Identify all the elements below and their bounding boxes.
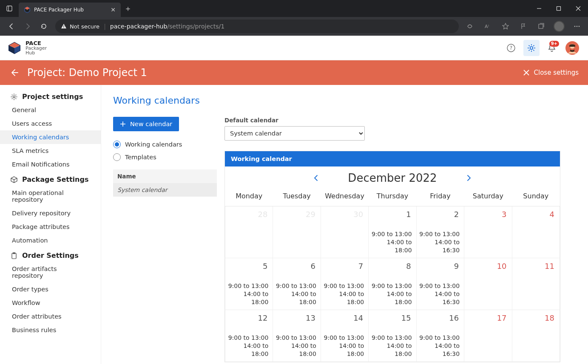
- profile-button[interactable]: [551, 19, 567, 34]
- calendar-dow: Tuesday: [273, 188, 321, 206]
- calendar-day[interactable]: 30: [321, 206, 368, 258]
- svg-line-42: [12, 98, 13, 99]
- browser-tab[interactable]: PACE Packager Hub ✕: [19, 3, 121, 17]
- calendar-day[interactable]: 29:00 to 13:0014:00 to 16:30: [416, 206, 464, 258]
- sidebar-item-workflow[interactable]: Workflow: [0, 296, 101, 310]
- calendar-day[interactable]: 99:00 to 13:0014:00 to 16:30: [416, 258, 464, 310]
- gear-icon: [527, 43, 536, 53]
- calendar-day[interactable]: 28: [225, 206, 273, 258]
- calendar-day[interactable]: 18: [512, 310, 560, 362]
- tab-close-icon[interactable]: ✕: [111, 6, 116, 13]
- calendar-day[interactable]: 169:00 to 13:0014:00 to 16:30: [416, 310, 464, 362]
- sidebar-item-delivery-repository[interactable]: Delivery repository: [0, 206, 101, 220]
- sidebar-item-working-calendars[interactable]: Working calendars: [0, 130, 101, 144]
- sidebar-group-package-settings: Package Settings: [0, 175, 101, 186]
- clipboard-icon: [10, 252, 18, 260]
- collections-icon[interactable]: [534, 19, 549, 34]
- sidebar-item-general[interactable]: General: [0, 103, 101, 117]
- calendar-day[interactable]: 159:00 to 13:0014:00 to 18:00: [369, 310, 416, 362]
- calendar-day-number: 12: [258, 313, 268, 322]
- calendar-day[interactable]: 149:00 to 13:0014:00 to 18:00: [321, 310, 368, 362]
- svg-rect-44: [12, 253, 16, 259]
- tab-actions-icon[interactable]: [0, 5, 19, 12]
- calendar-day-number: 8: [406, 262, 411, 271]
- help-button[interactable]: ?: [503, 40, 519, 56]
- new-tab-button[interactable]: ＋: [121, 3, 135, 14]
- sidebar-item-main-operational-repository[interactable]: Main operational repository: [0, 186, 101, 206]
- main-panel[interactable]: Working calendars New calendar Working c…: [101, 85, 588, 364]
- sidebar-item-order-artifacts-repository[interactable]: Order artifacts repository: [0, 262, 101, 282]
- calendar-day[interactable]: 139:00 to 13:0014:00 to 18:00: [273, 310, 321, 362]
- sidebar-item-package-attributes[interactable]: Package attributes: [0, 220, 101, 234]
- calendar-day[interactable]: 4: [512, 206, 560, 258]
- radio-working-calendars[interactable]: Working calendars: [113, 141, 217, 148]
- arrow-left-icon: [9, 68, 19, 77]
- calendar-day-number: 1: [406, 210, 411, 219]
- calendar-prev-button[interactable]: [310, 172, 322, 184]
- calendar-list-row[interactable]: System calendar: [113, 183, 217, 197]
- calendar-month-label: December 2022: [348, 172, 437, 184]
- browser-menu-icon[interactable]: [569, 19, 585, 34]
- share-icon[interactable]: [462, 19, 477, 34]
- calendar-dow: Saturday: [464, 188, 512, 206]
- nav-refresh-button[interactable]: [36, 18, 52, 34]
- favorites-star-icon[interactable]: [498, 19, 513, 34]
- project-back-button[interactable]: [9, 68, 19, 77]
- calendar-day[interactable]: 69:00 to 13:0014:00 to 18:00: [273, 258, 321, 310]
- svg-point-21: [530, 46, 533, 49]
- svg-rect-8: [63, 25, 64, 27]
- read-aloud-icon[interactable]: A⁾: [480, 19, 495, 34]
- address-bar[interactable]: Not secure | pace-packager-hub/settings/…: [55, 20, 459, 33]
- calendar-dow: Thursday: [369, 188, 416, 206]
- security-text: Not secure: [70, 23, 99, 30]
- sidebar-item-sla-metrics[interactable]: SLA metrics: [0, 144, 101, 158]
- svg-rect-11: [539, 24, 543, 28]
- calendar-day[interactable]: 89:00 to 13:0014:00 to 18:00: [369, 258, 416, 310]
- calendar-day[interactable]: 29: [273, 206, 321, 258]
- new-calendar-button[interactable]: New calendar: [113, 117, 179, 131]
- window-minimize-button[interactable]: [529, 0, 549, 17]
- sidebar-item-automation[interactable]: Automation: [0, 234, 101, 247]
- calendar-day[interactable]: 19:00 to 13:0014:00 to 18:00: [369, 206, 416, 258]
- notifications-button[interactable]: 9+: [544, 40, 560, 56]
- sidebar-item-users-access[interactable]: Users access: [0, 117, 101, 130]
- calendar-day[interactable]: 3: [464, 206, 512, 258]
- radio-templates[interactable]: Templates: [113, 153, 217, 161]
- calendar-day-number: 15: [401, 313, 411, 322]
- window-close-button[interactable]: [568, 0, 588, 17]
- svg-line-26: [529, 45, 530, 46]
- calendar-day[interactable]: 79:00 to 13:0014:00 to 18:00: [321, 258, 368, 310]
- sidebar-item-order-types[interactable]: Order types: [0, 282, 101, 296]
- svg-line-41: [16, 94, 17, 95]
- nav-forward-button: [20, 18, 36, 34]
- calendar-list: Name System calendar: [113, 169, 217, 197]
- calendar-day[interactable]: 17: [464, 310, 512, 362]
- close-settings-button[interactable]: Close settings: [523, 69, 579, 76]
- sidebar-item-email-notifications[interactable]: Email Notifications: [0, 158, 101, 171]
- calendar-list-header: Name: [113, 169, 217, 183]
- app-logo[interactable]: PACE Packager Hub: [8, 40, 47, 55]
- window-maximize-button[interactable]: [549, 0, 568, 17]
- calendar-day[interactable]: 11: [512, 258, 560, 310]
- calendar-day[interactable]: 129:00 to 13:0014:00 to 18:00: [225, 310, 273, 362]
- svg-rect-9: [63, 28, 64, 28]
- warning-icon: [60, 23, 67, 30]
- calendar-day-number: 13: [306, 313, 315, 322]
- url-path: /settings/projects/1: [167, 23, 224, 30]
- default-calendar-select[interactable]: System calendar: [224, 126, 365, 141]
- nav-back-button[interactable]: [3, 18, 20, 34]
- browser-toolbar: Not secure | pace-packager-hub/settings/…: [0, 17, 588, 36]
- calendar-next-button[interactable]: [463, 172, 475, 184]
- user-avatar[interactable]: [564, 40, 580, 56]
- calendar-header: Working calendar: [225, 151, 560, 166]
- calendar-day[interactable]: 59:00 to 13:0014:00 to 18:00: [225, 258, 273, 310]
- settings-button[interactable]: [523, 40, 540, 56]
- security-indicator[interactable]: Not secure: [60, 23, 99, 30]
- sidebar-item-business-rules[interactable]: Business rules: [0, 323, 101, 337]
- svg-rect-5: [557, 7, 561, 11]
- calendar-day-number: 14: [353, 313, 363, 322]
- favorites-bar-icon[interactable]: [516, 19, 531, 34]
- sidebar-item-order-attributes[interactable]: Order attributes: [0, 310, 101, 323]
- calendar-day[interactable]: 10: [464, 258, 512, 310]
- calendar-day-number: 3: [502, 210, 506, 219]
